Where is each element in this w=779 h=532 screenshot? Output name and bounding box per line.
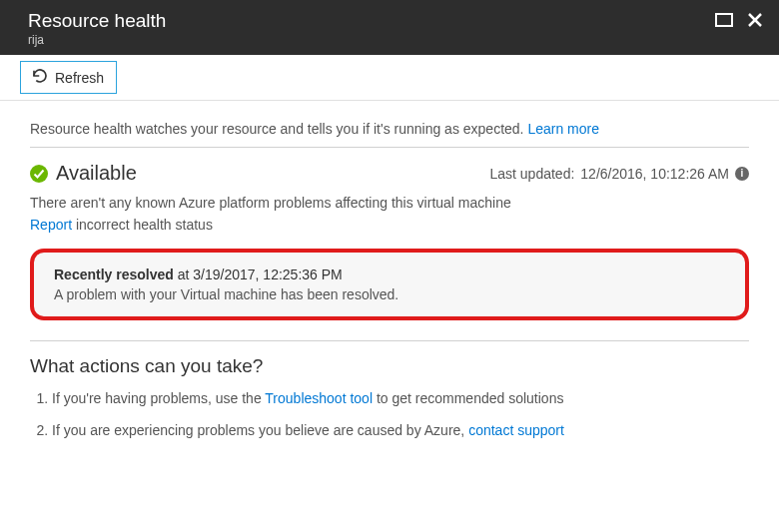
resolved-title-line: Recently resolved at 3/19/2017, 12:25:36… <box>54 266 725 282</box>
resolved-title: Recently resolved <box>54 266 174 282</box>
action-1-pre: If you're having problems, use the <box>52 390 265 406</box>
status-ok-icon <box>30 165 48 183</box>
report-rest: incorrect health status <box>72 217 213 233</box>
action-1-post: to get recommended solutions <box>373 390 563 406</box>
resolved-description: A problem with your Virtual machine has … <box>54 286 725 302</box>
report-line: Report incorrect health status <box>30 217 749 233</box>
toolbar: Refresh <box>0 55 779 101</box>
status-left: Available <box>30 162 137 185</box>
status-label: Available <box>56 162 137 185</box>
resolved-timestamp: at 3/19/2017, 12:25:36 PM <box>174 266 343 282</box>
page-title: Resource health <box>28 10 166 32</box>
svg-rect-0 <box>716 14 732 26</box>
status-description: There aren't any known Azure platform pr… <box>30 195 749 211</box>
intro-description: Resource health watches your resource an… <box>30 121 524 137</box>
intro-text: Resource health watches your resource an… <box>30 121 749 137</box>
contact-support-link[interactable]: contact support <box>468 422 564 438</box>
svg-point-3 <box>30 165 48 183</box>
status-row: Available Last updated: 12/6/2016, 10:12… <box>30 162 749 185</box>
action-item-1: If you're having problems, use the Troub… <box>52 389 749 409</box>
refresh-button[interactable]: Refresh <box>20 61 117 94</box>
status-updated: Last updated: 12/6/2016, 10:12:26 AM i <box>489 166 749 182</box>
refresh-icon <box>31 67 49 88</box>
header-controls <box>715 12 763 31</box>
troubleshoot-link[interactable]: Troubleshoot tool <box>265 390 373 406</box>
blade-content: Resource health watches your resource an… <box>0 101 779 472</box>
report-link[interactable]: Report <box>30 217 72 233</box>
divider <box>30 147 749 148</box>
actions-heading: What actions can you take? <box>30 355 749 377</box>
recently-resolved-box: Recently resolved at 3/19/2017, 12:25:36… <box>30 249 749 320</box>
action-item-2: If you are experiencing problems you bel… <box>52 421 749 441</box>
learn-more-link[interactable]: Learn more <box>527 121 599 137</box>
maximize-icon[interactable] <box>715 13 733 30</box>
action-2-pre: If you are experiencing problems you bel… <box>52 422 468 438</box>
header-titles: Resource health rija <box>28 10 166 47</box>
close-icon[interactable] <box>747 12 763 31</box>
resource-name: rija <box>28 33 166 47</box>
last-updated-value: 12/6/2016, 10:12:26 AM <box>580 166 729 182</box>
info-icon[interactable]: i <box>735 167 749 181</box>
refresh-label: Refresh <box>55 70 104 86</box>
actions-list: If you're having problems, use the Troub… <box>30 389 749 440</box>
divider <box>30 340 749 341</box>
blade-header: Resource health rija <box>0 0 779 55</box>
last-updated-prefix: Last updated: <box>489 166 574 182</box>
